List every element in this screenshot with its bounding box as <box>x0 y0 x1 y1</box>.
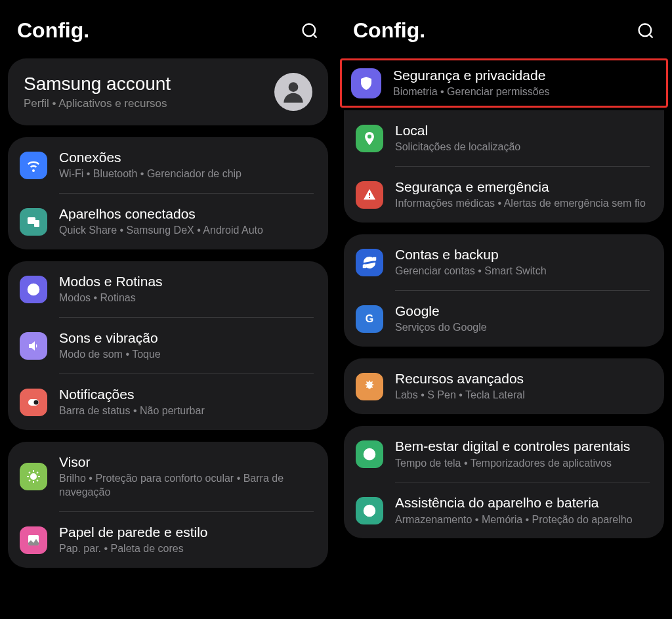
svg-point-23 <box>368 452 371 456</box>
header: Config. <box>8 0 328 58</box>
left-panel: Config. Samsung account Perfil • Aplicat… <box>0 0 336 619</box>
devices-icon <box>20 208 47 236</box>
right-panel: Config. Segurança e privacidade Biometri… <box>336 0 672 619</box>
settings-group: Conexões Wi-Fi • Bluetooth • Gerenciador… <box>8 137 328 249</box>
row-title: Google <box>395 303 650 320</box>
account-title: Samsung account <box>24 74 171 95</box>
row-sub: Wi-Fi • Bluetooth • Gerenciador de chip <box>59 167 314 181</box>
sound-icon <box>20 332 47 360</box>
row-sub: Biometria • Gerenciar permissões <box>393 85 656 99</box>
row-contas[interactable]: Contas e backup Gerenciar contas • Smart… <box>344 234 664 290</box>
svg-line-19 <box>649 34 652 37</box>
row-title: Sons e vibração <box>59 330 314 347</box>
wellbeing-icon <box>356 440 383 468</box>
row-title: Modos e Rotinas <box>59 273 314 290</box>
row-title: Notificações <box>59 386 314 403</box>
row-title: Recursos avançados <box>395 370 650 387</box>
svg-point-0 <box>303 24 316 36</box>
row-sub: Quick Share • Samsung DeX • Android Auto <box>59 224 314 238</box>
google-icon: G <box>356 305 383 333</box>
row-assist[interactable]: Assistência do aparelho e bateria Armaze… <box>344 482 664 538</box>
settings-group: Contas e backup Gerenciar contas • Smart… <box>344 234 664 347</box>
svg-point-2 <box>289 82 299 92</box>
device-care-icon <box>356 497 383 524</box>
row-emergencia[interactable]: Segurança e emergência Informações médic… <box>344 167 664 223</box>
svg-text:G: G <box>366 313 373 324</box>
wifi-icon <box>20 152 47 179</box>
svg-point-25 <box>367 508 372 513</box>
row-title: Bem-estar digital e controles parentais <box>395 438 650 455</box>
row-sub: Barra de status • Não perturbar <box>59 404 314 418</box>
row-notificacoes[interactable]: Notificações Barra de status • Não pertu… <box>8 374 328 430</box>
row-sub: Brilho • Proteção para conforto ocular •… <box>59 472 314 500</box>
row-sons[interactable]: Sons e vibração Modo de som • Toque <box>8 318 328 374</box>
row-sub: Modo de som • Toque <box>59 348 314 362</box>
row-local[interactable]: Local Solicitações de localização <box>344 110 664 166</box>
row-title: Segurança e privacidade <box>393 67 656 84</box>
location-icon <box>356 125 383 152</box>
row-sub: Tempo de tela • Temporizadores de aplica… <box>395 457 650 471</box>
row-sub: Pap. par. • Paleta de cores <box>59 542 314 556</box>
row-seguranca[interactable]: Segurança e privacidade Biometria • Gere… <box>351 67 656 99</box>
highlight-seguranca: Segurança e privacidade Biometria • Gere… <box>340 58 668 108</box>
row-papel[interactable]: Papel de parede e estilo Pap. par. • Pal… <box>8 512 328 568</box>
row-sub: Gerenciar contas • Smart Switch <box>395 265 650 278</box>
routines-icon <box>20 276 47 303</box>
svg-line-15 <box>29 480 30 481</box>
row-aparelhos[interactable]: Aparelhos conectados Quick Share • Samsu… <box>8 194 328 249</box>
row-sub: Serviços do Google <box>395 321 650 335</box>
advanced-icon <box>356 373 383 400</box>
account-sub: Perfil • Aplicativos e recursos <box>24 97 171 110</box>
row-sub: Armazenamento • Memória • Proteção do ap… <box>395 513 650 527</box>
svg-rect-4 <box>34 220 39 227</box>
row-title: Contas e backup <box>395 246 650 263</box>
backup-icon <box>356 249 383 276</box>
search-icon[interactable] <box>637 22 655 40</box>
row-title: Papel de parede e estilo <box>59 524 314 541</box>
svg-line-16 <box>37 472 38 473</box>
row-title: Conexões <box>59 149 314 166</box>
settings-group: Modos e Rotinas Modos • Rotinas Sons e v… <box>8 261 328 430</box>
settings-group: Bem-estar digital e controles parentais … <box>344 426 664 538</box>
row-modos[interactable]: Modos e Rotinas Modos • Rotinas <box>8 261 328 317</box>
row-title: Local <box>395 122 650 139</box>
search-icon[interactable] <box>301 22 319 40</box>
row-sub: Labs • S Pen • Tecla Lateral <box>395 389 650 402</box>
row-title: Assistência do aparelho e bateria <box>395 494 650 511</box>
row-google[interactable]: G Google Serviços do Google <box>344 291 664 347</box>
notifications-icon <box>20 389 47 416</box>
row-visor[interactable]: Visor Brilho • Proteção para conforto oc… <box>8 442 328 511</box>
avatar <box>274 73 312 111</box>
svg-line-14 <box>37 480 38 481</box>
header-title: Config. <box>353 18 425 43</box>
wallpaper-icon <box>20 526 47 554</box>
settings-group: Local Solicitações de localização Segura… <box>344 110 664 223</box>
shield-icon <box>351 68 381 98</box>
row-title: Segurança e emergência <box>395 179 650 196</box>
row-bemestar[interactable]: Bem-estar digital e controles parentais … <box>344 426 664 482</box>
header: Config. <box>344 0 664 58</box>
svg-line-1 <box>313 34 316 37</box>
row-conexoes[interactable]: Conexões Wi-Fi • Bluetooth • Gerenciador… <box>8 137 328 193</box>
emergency-icon <box>356 181 383 209</box>
row-sub: Solicitações de localização <box>395 140 650 154</box>
settings-group: Visor Brilho • Proteção para conforto oc… <box>8 442 328 568</box>
row-sub: Informações médicas • Alertas de emergên… <box>395 197 650 211</box>
row-recursos[interactable]: Recursos avançados Labs • S Pen • Tecla … <box>344 358 664 414</box>
svg-point-7 <box>34 400 39 404</box>
svg-line-13 <box>29 472 30 473</box>
settings-group: Recursos avançados Labs • S Pen • Tecla … <box>344 358 664 414</box>
svg-point-18 <box>639 24 652 36</box>
header-title: Config. <box>17 18 89 43</box>
row-title: Visor <box>59 454 314 471</box>
display-icon <box>20 463 47 490</box>
row-title: Aparelhos conectados <box>59 205 314 223</box>
row-sub: Modos • Rotinas <box>59 291 314 305</box>
samsung-account-card[interactable]: Samsung account Perfil • Aplicativos e r… <box>8 58 328 125</box>
svg-point-8 <box>30 473 37 480</box>
